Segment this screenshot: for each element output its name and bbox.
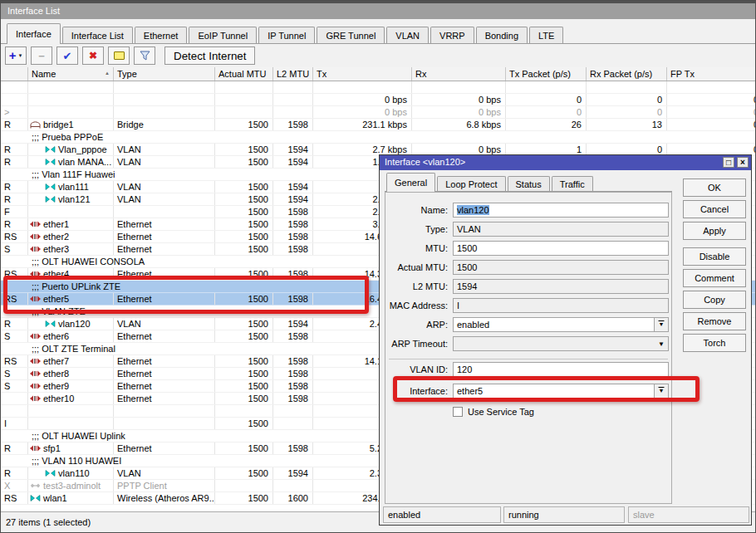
interface-name: ether5 [43,293,69,305]
row-actual-mtu-cell: 1500 [215,443,273,454]
tab-ip-tunnel[interactable]: IP Tunnel [258,27,315,44]
vlan-interface-icon [45,158,56,166]
interface-field[interactable]: ether5▼ [453,384,669,399]
enable-button[interactable]: ✔ [56,46,78,65]
vlan-id-field[interactable]: 120 [453,362,669,377]
interface-name: ether8 [43,368,69,379]
tab-lte[interactable]: LTE [529,27,563,44]
row-name-cell: ether9 [28,380,114,392]
main-tab-strip: InterfaceInterface ListEthernetEoIP Tunn… [1,19,755,44]
arp-timeout-field[interactable]: ▼ [453,336,669,351]
table-row[interactable]: >0 bps0 bps000 [1,106,755,119]
table-header: Name▲TypeActual MTUL2 MTUTxRxTx Packet (… [1,67,755,81]
table-row[interactable]: Rbridge1Bridge15001598231.1 kbps6.8 kbps… [1,119,755,131]
arp-field[interactable]: enabled▼ [453,317,669,332]
column-header-tx-packet-p-s[interactable]: Tx Packet (p/s) [506,67,587,81]
row-l2-mtu-cell: 1598 [273,206,313,218]
row-type-cell: VLAN [114,144,215,155]
tab-interface[interactable]: Interface [7,23,61,44]
combo-arrow-icon[interactable]: ▼ [658,340,665,348]
copy-button[interactable]: Copy [683,291,746,309]
dialog-tab-traffic[interactable]: Traffic [552,176,593,192]
row-flags-cell [1,94,28,105]
column-header-type[interactable]: Type [114,67,215,81]
empty-cell [215,81,273,93]
window-titlebar[interactable]: Interface List [1,1,755,19]
field-label: Actual MTU: [385,262,448,272]
disable-button[interactable]: ✖ [82,46,104,65]
tab-vlan[interactable]: VLAN [386,27,429,44]
interface-name: bridge1 [43,119,74,130]
table-row[interactable]: 0 bps0 bps000 [1,94,755,106]
column-header-name[interactable]: Name▲ [28,67,114,81]
row-flags-cell [1,281,28,292]
cancel-button[interactable]: Cancel [683,200,746,218]
comment-row[interactable]: ;;; Prueba PPPoE [1,131,755,144]
row-actual-mtu-cell: 1500 [215,418,273,429]
row-actual-mtu-cell [215,106,273,118]
name-field[interactable]: vlan120 [453,203,669,218]
row-rx-packet-cell: 13 [587,119,667,130]
dialog-tab-general[interactable]: General [386,173,435,192]
row-actual-mtu-cell: 1500 [215,144,273,155]
minus-icon: − [38,50,45,62]
dialog-tab-loop-protect[interactable]: Loop Protect [437,176,505,192]
torch-button[interactable]: Torch [683,334,746,352]
dropdown-button[interactable]: ▼ [654,318,668,331]
row-type-cell: VLAN [114,156,215,168]
empty-cell [587,81,667,93]
row-l2-mtu-cell: 1598 [273,443,313,454]
column-header-rx[interactable]: Rx [412,67,506,81]
tab-interface-list[interactable]: Interface List [62,27,133,44]
tab-vrrp[interactable]: VRRP [430,27,474,44]
maximize-icon[interactable]: □ [723,157,734,168]
row-l2-mtu-cell: 1598 [273,218,313,230]
comment-button[interactable]: Comment [683,269,746,287]
field-row-l2-mtu: L2 MTU:1594 [385,279,671,294]
remove-button[interactable]: Remove [683,312,746,330]
column-header-fp-tx[interactable]: FP Tx [667,67,755,81]
tab-gre-tunnel[interactable]: GRE Tunnel [317,27,385,44]
dropdown-button[interactable]: ▼ [654,384,668,398]
row-flags-cell [1,455,28,467]
ok-button[interactable]: OK [683,178,746,197]
row-flags-cell: R [1,119,28,130]
column-header-rx-packet-p-s[interactable]: Rx Packet (p/s) [587,67,667,81]
field-label: ARP: [385,320,448,330]
row-l2-mtu-cell: 1594 [273,467,313,479]
apply-button[interactable]: Apply [683,222,746,240]
close-icon[interactable]: × [737,157,749,168]
column-header-tx[interactable]: Tx [313,67,412,81]
column-label: Tx Packet (p/s) [509,69,571,81]
comment-button[interactable] [108,46,130,65]
eth-interface-icon [30,295,42,303]
disable-button[interactable]: Disable [683,247,746,266]
column-header-l2-mtu[interactable]: L2 MTU [273,67,313,81]
row-rx-cell: 6.8 kbps [412,119,506,130]
field-label: VLAN ID: [385,364,448,374]
filter-button[interactable] [134,46,155,65]
tab-eoip-tunnel[interactable]: EoIP Tunnel [189,27,257,44]
row-l2-mtu-cell: 1594 [273,318,313,330]
row-rx-packet-cell: 0 [587,106,667,118]
row-rx-packet-cell: 0 [587,94,667,105]
remove-button[interactable]: − [31,46,52,65]
eth-interface-icon [30,220,42,228]
dialog-tab-status[interactable]: Status [508,176,550,192]
tab-ethernet[interactable]: Ethernet [135,27,188,44]
tab-bonding[interactable]: Bonding [476,27,528,44]
interface-name: vlan121 [58,193,91,205]
filter-funnel-icon [140,51,150,61]
row-name-cell: sfp1 [28,443,114,454]
row-l2-mtu-cell: 1598 [273,243,313,255]
interface-name: Vlan_pppoe [58,144,107,155]
row-rx-cell: 0 bps [412,144,506,155]
use-service-tag-checkbox[interactable] [453,407,463,417]
dialog-titlebar[interactable]: Interface <vlan120> □ × [380,155,751,170]
column-header-actual-mtu[interactable]: Actual MTU [215,67,273,81]
table-row[interactable] [1,81,755,94]
column-header-blank[interactable] [1,67,28,81]
add-button[interactable]: + ▼ [5,46,27,65]
detect-internet-button[interactable]: Detect Internet [164,46,255,65]
mtu-field[interactable]: 1500 [453,241,669,256]
